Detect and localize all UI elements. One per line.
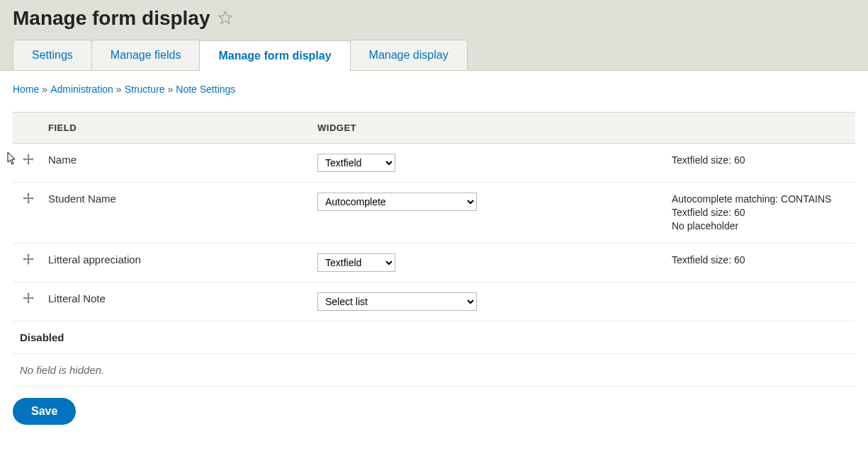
table-row: Litteral appreciationTextfieldTextfield …: [13, 243, 855, 282]
svg-marker-0: [218, 11, 231, 23]
save-button[interactable]: Save: [13, 398, 76, 425]
widget-select[interactable]: Textfield: [317, 253, 395, 272]
drag-handle-icon[interactable]: [23, 193, 34, 205]
column-header-field: FIELD: [41, 113, 310, 144]
column-header-widget: WIDGET: [310, 113, 665, 144]
widget-select[interactable]: Textfield: [317, 154, 395, 172]
breadcrumb-separator: »: [113, 84, 125, 95]
field-name: Litteral appreciation: [41, 243, 310, 282]
drag-handle-icon[interactable]: [23, 154, 34, 166]
breadcrumb-link[interactable]: Structure: [125, 84, 165, 95]
widget-summary: Autocomplete matching: CONTAINSTextfield…: [672, 193, 848, 233]
page-title: Manage form display: [13, 7, 210, 30]
tab-manage-fields[interactable]: Manage fields: [91, 40, 201, 70]
breadcrumb-separator: »: [39, 84, 50, 95]
table-row: Student NameAutocompleteAutocomplete mat…: [13, 183, 855, 244]
tab-manage-display[interactable]: Manage display: [350, 40, 468, 70]
disabled-empty-message: No field is hidden.: [13, 353, 855, 386]
breadcrumb-link[interactable]: Note Settings: [176, 84, 235, 95]
breadcrumb-separator: »: [164, 84, 176, 95]
field-name: Name: [41, 144, 310, 183]
table-row: Litteral NoteSelect list: [13, 282, 855, 321]
widget-summary: Textfield size: 60: [672, 154, 848, 167]
tab-manage-form-display[interactable]: Manage form display: [199, 40, 350, 71]
breadcrumb-link[interactable]: Administration: [50, 84, 113, 95]
field-name: Litteral Note: [41, 282, 310, 321]
breadcrumb: Home»Administration»Structure»Note Setti…: [13, 79, 855, 108]
widget-select[interactable]: Autocomplete: [317, 193, 477, 211]
tab-settings[interactable]: Settings: [13, 40, 92, 70]
form-display-table: FIELD WIDGET NameTextfieldTextfield size…: [13, 112, 855, 387]
widget-summary: Textfield size: 60: [672, 253, 848, 267]
primary-tabs: SettingsManage fieldsManage form display…: [13, 40, 855, 70]
disabled-section-heading: Disabled: [13, 321, 855, 353]
field-name: Student Name: [41, 183, 310, 244]
breadcrumb-link[interactable]: Home: [13, 84, 39, 95]
widget-select[interactable]: Select list: [317, 292, 477, 311]
star-icon[interactable]: [218, 10, 233, 28]
drag-handle-icon[interactable]: [23, 292, 34, 305]
table-row: NameTextfieldTextfield size: 60: [13, 144, 855, 183]
drag-handle-icon[interactable]: [23, 253, 34, 266]
